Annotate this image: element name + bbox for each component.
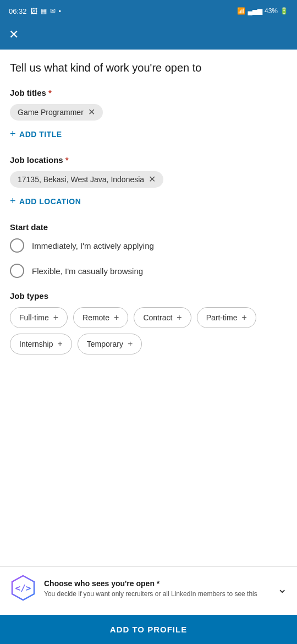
- add-location-plus-icon: +: [10, 195, 16, 207]
- start-flexible-option[interactable]: Flexible, I'm casually browsing: [10, 264, 287, 278]
- add-title-plus-icon: +: [10, 128, 16, 140]
- job-type-internship-label: Internship: [19, 340, 53, 348]
- job-type-remote-plus-icon: +: [114, 313, 119, 323]
- job-titles-tags: Game Programmer ✕: [10, 104, 287, 121]
- visibility-chevron-icon[interactable]: ⌄: [277, 582, 287, 596]
- signal-icon: ▄▅▆: [248, 7, 262, 15]
- close-button[interactable]: ✕: [9, 29, 19, 41]
- job-type-remote[interactable]: Remote +: [73, 307, 128, 328]
- job-locations-section: Job locations * 17135, Bekasi, West Java…: [10, 155, 287, 207]
- battery-icon: 🔋: [280, 7, 288, 15]
- job-type-parttime[interactable]: Part-time +: [197, 307, 256, 328]
- code-icon: </>: [10, 575, 36, 601]
- visibility-section: </> Choose who sees you're open * You de…: [0, 566, 297, 611]
- job-title-tag: Game Programmer ✕: [10, 104, 103, 121]
- job-type-parttime-plus-icon: +: [241, 313, 246, 323]
- job-type-contract-label: Contract: [143, 313, 172, 322]
- time-display: 06:32: [9, 7, 27, 15]
- job-title-text: Game Programmer: [18, 108, 84, 117]
- battery-display: 43%: [265, 7, 278, 15]
- main-content: Tell us what kind of work you're open to…: [0, 50, 297, 383]
- mail-icon: ✉: [50, 7, 56, 15]
- remove-job-title-button[interactable]: ✕: [88, 108, 95, 117]
- calendar-icon: ▦: [41, 7, 47, 15]
- job-types-grid: Full-time + Remote + Contract + Part-tim…: [10, 307, 287, 354]
- job-type-internship[interactable]: Internship +: [10, 334, 72, 354]
- job-titles-label: Job titles *: [10, 88, 287, 97]
- job-type-fulltime-label: Full-time: [19, 313, 49, 322]
- remove-job-location-button[interactable]: ✕: [148, 175, 156, 184]
- job-types-label: Job types: [10, 291, 287, 301]
- start-immediately-label: Immediately, I'm actively applying: [32, 241, 154, 250]
- header-bar: ✕: [0, 22, 297, 50]
- job-type-internship-plus-icon: +: [57, 339, 62, 349]
- job-locations-label: Job locations *: [10, 155, 287, 165]
- add-location-label: ADD LOCATION: [19, 197, 81, 206]
- start-date-label: Start date: [10, 222, 287, 232]
- start-immediately-option[interactable]: Immediately, I'm actively applying: [10, 238, 287, 253]
- add-to-profile-button[interactable]: ADD TO PROFILE: [0, 615, 297, 644]
- visibility-text-block: Choose who sees you're open * You decide…: [44, 579, 270, 599]
- visibility-title: Choose who sees you're open *: [44, 579, 270, 588]
- job-type-temporary-plus-icon: +: [128, 339, 133, 349]
- job-type-fulltime[interactable]: Full-time +: [10, 307, 68, 328]
- page-title: Tell us what kind of work you're open to: [10, 61, 287, 75]
- job-type-temporary-label: Temporary: [87, 340, 123, 348]
- job-type-fulltime-plus-icon: +: [53, 313, 58, 323]
- status-bar: 06:32 🖼 ▦ ✉ • 📶 ▄▅▆ 43% 🔋: [0, 0, 297, 22]
- job-titles-section: Job titles * Game Programmer ✕ + ADD TIT…: [10, 88, 287, 140]
- job-type-temporary[interactable]: Temporary +: [78, 334, 142, 354]
- add-title-button[interactable]: + ADD TITLE: [10, 128, 287, 140]
- status-left: 06:32 🖼 ▦ ✉ •: [9, 7, 61, 15]
- job-location-text: 17135, Bekasi, West Java, Indonesia: [18, 175, 144, 184]
- wifi-icon: 📶: [237, 7, 245, 15]
- start-flexible-label: Flexible, I'm casually browsing: [32, 266, 143, 276]
- job-location-tags: 17135, Bekasi, West Java, Indonesia ✕: [10, 171, 287, 188]
- add-location-button[interactable]: + ADD LOCATION: [10, 195, 287, 207]
- start-date-section: Start date Immediately, I'm actively app…: [10, 222, 287, 278]
- job-types-section: Job types Full-time + Remote + Contract …: [10, 291, 287, 354]
- visibility-icon-container: </>: [10, 575, 36, 603]
- dot-indicator: •: [59, 7, 62, 15]
- job-type-contract[interactable]: Contract +: [134, 307, 191, 328]
- job-type-contract-plus-icon: +: [177, 313, 182, 323]
- job-location-tag: 17135, Bekasi, West Java, Indonesia ✕: [10, 171, 163, 188]
- start-immediately-radio[interactable]: [10, 238, 24, 253]
- add-title-label: ADD TITLE: [19, 130, 62, 139]
- svg-text:</>: </>: [15, 583, 31, 593]
- job-type-remote-label: Remote: [82, 313, 109, 322]
- photo-icon: 🖼: [30, 7, 37, 15]
- start-flexible-radio[interactable]: [10, 264, 24, 278]
- status-right: 📶 ▄▅▆ 43% 🔋: [237, 7, 288, 15]
- visibility-subtitle: You decide if you want only recruiters o…: [44, 590, 270, 599]
- job-type-parttime-label: Part-time: [206, 313, 238, 322]
